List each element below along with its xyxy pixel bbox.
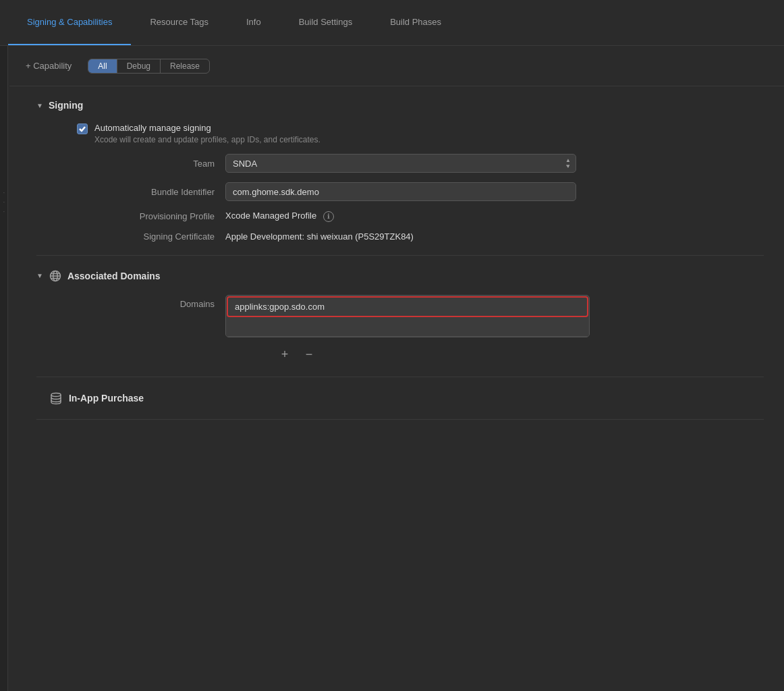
domains-label: Domains <box>77 295 225 309</box>
tab-bar: Signing & Capabilities Resource Tags Inf… <box>0 0 784 46</box>
domains-row: Domains applinks:gpop.sdo.com <box>36 295 764 337</box>
signing-certificate-value: Apple Development: shi weixuan (P5S29TZK… <box>225 231 414 242</box>
signing-certificate-label: Signing Certificate <box>77 231 225 242</box>
tab-resource-tags[interactable]: Resource Tags <box>131 0 227 45</box>
inapp-purchase-title: In-App Purchase <box>69 393 144 404</box>
team-label: Team <box>77 159 225 169</box>
signing-certificate-row: Signing Certificate Apple Development: s… <box>36 231 764 242</box>
toolbar-row: + Capability All Debug Release <box>9 46 784 86</box>
tab-info[interactable]: Info <box>227 0 280 45</box>
bundle-identifier-label: Bundle Identifier <box>77 187 225 197</box>
inapp-purchase-header: ▼ In-App Purchase <box>36 391 764 406</box>
filter-tab-debug[interactable]: Debug <box>117 59 160 73</box>
signing-section: ▼ Signing Automatically manage signing X… <box>36 100 764 242</box>
team-select[interactable]: SNDA <box>225 154 576 173</box>
domain-item-empty[interactable] <box>226 318 589 337</box>
add-domain-button[interactable]: + <box>277 347 293 363</box>
tab-build-settings[interactable]: Build Settings <box>280 0 372 45</box>
globe-icon <box>49 269 62 283</box>
team-row: Team SNDA ▲ ▼ <box>36 154 764 173</box>
main-content: ▼ Signing Automatically manage signing X… <box>9 86 784 447</box>
signing-divider <box>36 255 764 256</box>
auto-manage-sublabel: Xcode will create and update profiles, a… <box>94 135 320 144</box>
associated-domains-section: ▼ Associated Domains Domains <box>36 269 764 363</box>
db-icon <box>49 391 63 406</box>
associated-domains-header: ▼ Associated Domains <box>36 269 764 283</box>
associated-domains-collapse-icon[interactable]: ▼ <box>36 272 43 279</box>
add-capability-button[interactable]: + Capability <box>20 58 77 74</box>
signing-section-title: Signing <box>49 100 83 111</box>
domains-actions: + − <box>236 347 764 363</box>
provisioning-profile-value: Xcode Managed Profile ℹ <box>225 211 334 222</box>
bundle-identifier-input[interactable] <box>225 182 576 201</box>
filter-tab-all[interactable]: All <box>88 59 116 73</box>
filter-tab-release[interactable]: Release <box>160 59 209 73</box>
remove-domain-button[interactable]: − <box>301 347 317 363</box>
domains-list: applinks:gpop.sdo.com <box>225 295 590 337</box>
bundle-identifier-row: Bundle Identifier <box>36 182 764 201</box>
domain-item-highlighted[interactable]: applinks:gpop.sdo.com <box>227 296 588 317</box>
auto-manage-checkbox[interactable] <box>77 123 88 134</box>
associated-domains-divider <box>36 377 764 377</box>
signing-section-header: ▼ Signing <box>36 100 764 111</box>
filter-tabs: All Debug Release <box>88 59 210 74</box>
tab-build-phases[interactable]: Build Phases <box>371 0 460 45</box>
provisioning-info-icon[interactable]: ℹ <box>323 211 334 222</box>
provisioning-profile-label: Provisioning Profile <box>77 211 225 221</box>
left-sidebar <box>0 46 8 691</box>
team-select-wrapper: SNDA ▲ ▼ <box>225 154 576 173</box>
associated-domains-title: Associated Domains <box>67 271 161 281</box>
tab-signing-capabilities[interactable]: Signing & Capabilities <box>8 0 131 45</box>
auto-manage-label: Automatically manage signing <box>94 123 320 133</box>
auto-manage-labels: Automatically manage signing Xcode will … <box>94 123 320 144</box>
svg-point-5 <box>51 393 61 396</box>
inapp-purchase-divider <box>36 419 764 420</box>
sidebar-dots: · · · <box>0 189 8 215</box>
auto-manage-row: Automatically manage signing Xcode will … <box>36 123 764 144</box>
signing-collapse-icon[interactable]: ▼ <box>36 102 43 109</box>
provisioning-profile-row: Provisioning Profile Xcode Managed Profi… <box>36 211 764 222</box>
inapp-purchase-section: ▼ In-App Purchase <box>36 391 764 406</box>
